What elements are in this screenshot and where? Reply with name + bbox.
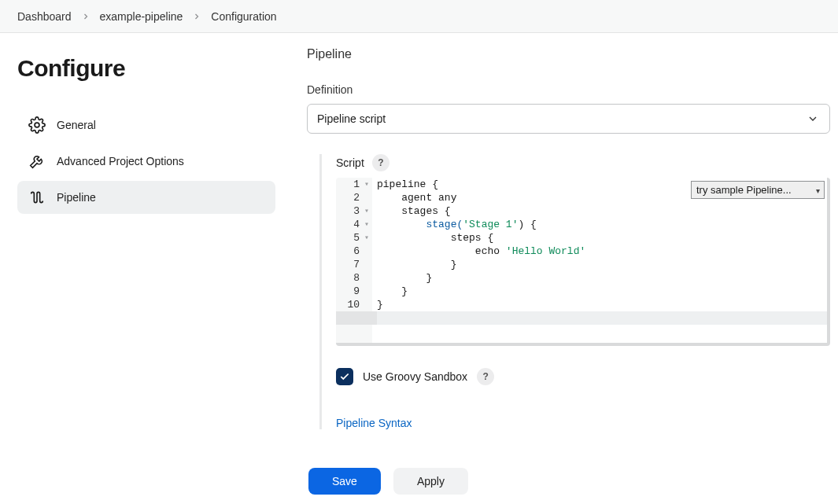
sidebar-item-label: General <box>57 119 96 131</box>
pipeline-icon <box>28 189 46 206</box>
breadcrumb-item-pipeline[interactable]: example-pipeline <box>97 7 186 26</box>
breadcrumb-item-dashboard[interactable]: Dashboard <box>14 7 75 26</box>
definition-select[interactable]: Pipeline script <box>307 104 830 134</box>
chevron-right-icon <box>81 12 90 21</box>
sidebar-item-general[interactable]: General <box>17 109 275 142</box>
sidebar-item-pipeline[interactable]: Pipeline <box>17 181 275 214</box>
sample-pipeline-select[interactable]: try sample Pipeline... ▾ <box>691 181 825 199</box>
section-title: Pipeline <box>307 47 830 61</box>
sandbox-checkbox[interactable] <box>336 368 353 385</box>
sidebar-item-label: Pipeline <box>57 191 96 204</box>
save-button[interactable]: Save <box>308 468 381 495</box>
breadcrumb-item-configuration[interactable]: Configuration <box>208 7 279 26</box>
breadcrumb: Dashboard example-pipeline Configuration <box>0 0 838 33</box>
pipeline-syntax-link[interactable]: Pipeline Syntax <box>336 417 412 429</box>
svg-point-0 <box>35 123 39 127</box>
chevron-right-icon <box>192 12 201 21</box>
chevron-down-icon <box>807 112 819 125</box>
gear-icon <box>28 116 46 134</box>
sidebar: Configure General Advanced Project Opti <box>0 33 293 458</box>
script-help-button[interactable]: ? <box>372 154 389 171</box>
wrench-icon <box>28 153 46 170</box>
sample-pipeline-select-value: try sample Pipeline... <box>696 184 792 196</box>
sidebar-item-advanced[interactable]: Advanced Project Options <box>17 145 275 178</box>
editor-code-area[interactable]: pipeline { agent any stages { stage('Sta… <box>372 178 827 343</box>
definition-select-value: Pipeline script <box>317 112 386 125</box>
side-nav: General Advanced Project Options Pipelin… <box>17 109 285 214</box>
script-block: Script ? 1▾23▾4▾5▾67891011 pipeline { ag… <box>319 154 830 429</box>
sandbox-label: Use Groovy Sandbox <box>363 370 467 383</box>
script-label: Script <box>336 156 364 169</box>
sidebar-item-label: Advanced Project Options <box>57 155 184 167</box>
footer-actions: Save Apply <box>0 458 838 504</box>
page-title: Configure <box>17 55 285 82</box>
apply-button[interactable]: Apply <box>393 468 468 495</box>
sandbox-help-button[interactable]: ? <box>477 368 494 385</box>
main-content: Pipeline Definition Pipeline script Scri… <box>293 33 838 458</box>
code-editor[interactable]: 1▾23▾4▾5▾67891011 pipeline { agent any s… <box>336 178 830 346</box>
chevron-down-icon: ▾ <box>816 186 820 194</box>
definition-label: Definition <box>307 83 830 96</box>
